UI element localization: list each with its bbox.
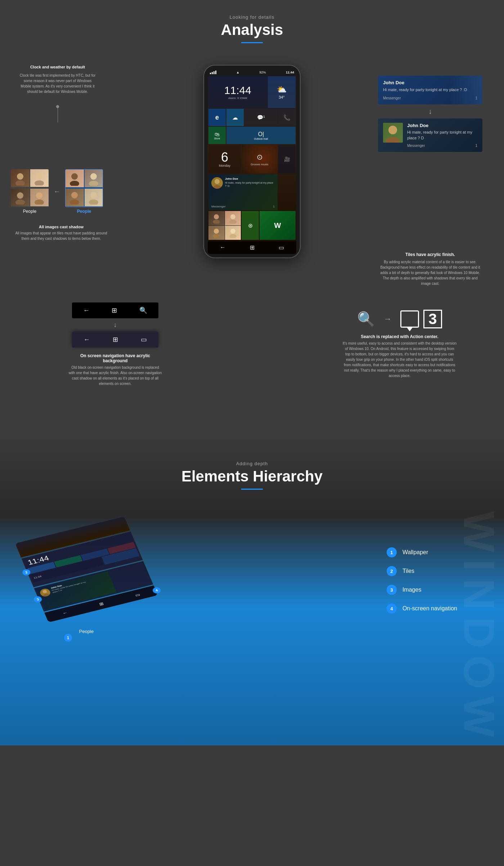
weather-icon: ⛅	[277, 85, 287, 94]
msg-app-label: Messenger	[211, 205, 226, 208]
messenger-tile[interactable]: John Doe Hi mate, ready for party tonigh…	[208, 174, 278, 210]
search-ann-text: It's more useful, easy to access and con…	[342, 341, 457, 378]
groove-tile[interactable]: ⊙ Groove music	[242, 145, 278, 174]
analysis-underline	[241, 42, 263, 43]
badge-number: 3	[423, 310, 442, 328]
notification-cards: John Doe Hi mate, ready for party tonigh…	[378, 76, 482, 152]
svg-point-10	[90, 173, 97, 180]
acrylic-ann-title: Tiles have acrylic finish.	[378, 252, 482, 257]
old-home-icon: ⊞	[112, 306, 117, 314]
svg-point-19	[213, 220, 220, 224]
hierarchy-underline	[241, 489, 263, 490]
svg-point-3	[35, 180, 44, 185]
clock-tile[interactable]: 11:44 Alarm: 6:15AM	[208, 76, 267, 108]
nav-annotation: On screen navigation have acrylic backgr…	[68, 353, 162, 386]
day-tile[interactable]: 6 Monday	[208, 145, 241, 174]
new-action-icon: ▭	[141, 336, 147, 344]
tile-row-2: e ☁ 💬¹ 📞	[208, 108, 296, 126]
nav-back-icon[interactable]: ←	[220, 244, 226, 251]
search-replace-row: 🔍 → 3	[357, 310, 442, 328]
notif1-app: Messenger	[383, 96, 401, 100]
legend-num-2: 2	[387, 566, 397, 576]
svg-point-14	[90, 192, 97, 198]
outlook-tile[interactable]: O| Outlook mail	[226, 127, 296, 144]
hierarchy-legend: 1 Wallpaper 2 Tiles 3 Images 4 On-screen…	[387, 547, 457, 622]
camera-tile[interactable]: 🎥	[278, 145, 296, 174]
svg-point-5	[15, 199, 25, 205]
people-phone-tile[interactable]	[208, 211, 241, 240]
chat-tile[interactable]: 💬¹	[244, 109, 278, 126]
svg-point-18	[214, 214, 219, 219]
xbox-tile[interactable]: ⊛	[242, 211, 259, 240]
isometric-phone: 11:44 11:44 2	[29, 515, 144, 634]
action-center-icons: 3	[400, 310, 442, 328]
phone-mockup: ▲ 92% 11:44 11:44 Alarm: 6:15AM	[203, 65, 301, 258]
day-label: Monday	[219, 164, 230, 167]
svg-point-6	[36, 192, 42, 199]
phone-screen: 11:44 Alarm: 6:15AM ⛅ 34° e	[208, 76, 296, 254]
legend-label-1: Wallpaper	[402, 549, 428, 556]
face-cell-4	[30, 189, 49, 206]
weather-tile[interactable]: ⛅ 34°	[268, 76, 296, 108]
hierarchy-section: Adding depth Elements Hierarchy 11:44	[0, 439, 504, 745]
svg-point-4	[17, 192, 23, 199]
msg-preview: Hi mate, ready for party tonight at my p…	[225, 181, 275, 188]
old-search-icon: 🔍	[139, 306, 147, 314]
new-nav-bar: ← ⊞ ▭	[72, 332, 158, 347]
replace-arrow: →	[384, 314, 392, 324]
legend-label-2: Tiles	[402, 568, 414, 574]
tile-row-5: ⊛ W	[208, 211, 296, 241]
clock-ann-text: Clock tile was first implemented by HTC,…	[18, 73, 97, 94]
face-cell-3	[11, 189, 30, 206]
clock-ann-title: Clock and weather by default	[30, 65, 85, 69]
clock-annotation-box: Clock and weather by default Clock tile …	[18, 65, 97, 94]
arrow-down-icon: ↓	[378, 107, 482, 116]
phone-nav-bar: ← ⊞ ▭	[208, 241, 296, 254]
nav-ann-title: On screen navigation have acrylic backgr…	[68, 353, 162, 363]
people-label-right: People	[65, 209, 103, 214]
status-time: 11:44	[286, 71, 294, 74]
face-p1	[208, 211, 225, 225]
signal-bars	[210, 71, 216, 74]
onedrive-tile[interactable]: ☁	[226, 109, 244, 126]
legend-item-1: 1 Wallpaper	[387, 547, 457, 557]
arrow-left-icon: ←	[54, 188, 60, 196]
svg-point-2	[36, 173, 42, 180]
face-cell-1	[11, 169, 30, 187]
svg-point-23	[213, 234, 220, 238]
search-replacement: 🔍 → 3 Search is replaced with Action cen…	[338, 310, 461, 378]
iso-people-label: People	[29, 629, 144, 634]
notif2-count: 1	[475, 144, 477, 148]
day-number: 6	[221, 151, 228, 164]
svg-point-0	[17, 173, 23, 180]
analysis-main-area: Clock and weather by default Clock tile …	[0, 65, 504, 302]
svg-point-29	[42, 593, 50, 597]
iso-groove-label: 11:44	[33, 575, 42, 579]
chat-icon-wrapper	[400, 310, 419, 328]
notif2-content: John Doe Hi mate, ready for party tonigh…	[407, 123, 477, 148]
outlook-label: Outlook mail	[254, 138, 268, 140]
store-tile[interactable]: 🛍 Store	[208, 127, 226, 144]
svg-point-25	[229, 234, 237, 238]
svg-point-9	[70, 181, 79, 186]
edge-tile[interactable]: e	[208, 109, 226, 126]
svg-point-7	[35, 199, 44, 205]
iso-nav-home: ⊞	[98, 601, 104, 606]
battery-info: 92%	[260, 71, 266, 74]
phone-status-bar: ▲ 92% 11:44	[208, 71, 296, 76]
svg-point-12	[71, 192, 78, 198]
face-p3	[208, 226, 225, 240]
msg-count: 1	[273, 205, 275, 208]
nav-search-icon[interactable]: ▭	[279, 244, 284, 251]
svg-point-22	[214, 229, 219, 234]
nav-home-icon[interactable]: ⊞	[250, 244, 255, 251]
phone-tile[interactable]: 📞	[278, 109, 296, 126]
clock-annotation: Clock and weather by default Clock tile …	[18, 65, 97, 122]
word-tile[interactable]: W	[260, 211, 296, 240]
iso-transform: 11:44 11:44 2	[15, 516, 158, 623]
svg-point-24	[230, 229, 235, 234]
people-comparison: People ←	[11, 169, 112, 241]
notif2-sender: John Doe	[407, 123, 477, 128]
svg-point-28	[42, 589, 48, 594]
face-p4	[225, 226, 241, 240]
